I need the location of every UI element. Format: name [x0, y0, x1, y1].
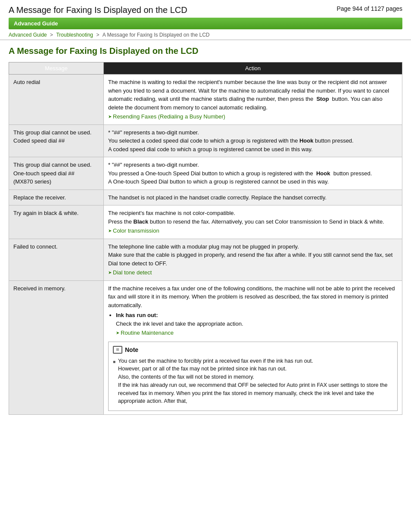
link-dial-tone-detect[interactable]: Dial tone detect [108, 268, 152, 277]
breadcrumb-troubleshooting[interactable]: Troubleshooting [56, 32, 93, 38]
page-title-main: A Message for Faxing Is Displayed on the… [9, 5, 187, 15]
banner-label: Advanced Guide [14, 20, 58, 27]
message-coded-speed-dial: This group dial cannot be used.Coded spe… [9, 124, 104, 157]
table-row: This group dial cannot be used.One-touch… [9, 157, 402, 190]
breadcrumb-advanced-guide[interactable]: Advanced Guide [9, 32, 47, 38]
message-try-black-white: Try again in black & white. [9, 205, 104, 239]
main-table: Message Action Auto redial The machine i… [9, 62, 402, 415]
breadcrumb-current: A Message for Faxing Is Displayed on the… [103, 32, 210, 38]
message-received-in-memory: Received in memory. [9, 280, 104, 415]
breadcrumb-sep2: > [96, 32, 100, 38]
action-coded-speed-dial: * "##" represents a two-digit number. Yo… [104, 124, 402, 157]
message-one-touch-speed-dial: This group dial cannot be used.One-touch… [9, 157, 104, 190]
breadcrumb-sep1: > [50, 32, 54, 38]
action-failed-connect: The telephone line cable with a modular … [104, 239, 402, 280]
note-icon [113, 346, 122, 354]
message-replace-receiver: Replace the receiver. [9, 190, 104, 205]
table-row: Auto redial The machine is waiting to re… [9, 75, 402, 125]
note-box: Note ■ You can set the machine to forcib… [108, 342, 398, 411]
table-row: This group dial cannot be used.Coded spe… [9, 124, 402, 157]
col-header-action: Action [104, 62, 402, 75]
message-auto-redial: Auto redial [9, 75, 104, 125]
action-received-in-memory: If the machine receives a fax under one … [104, 280, 402, 415]
breadcrumb: Advanced Guide > Troubleshooting > A Mes… [0, 29, 411, 40]
page-number: Page 944 of 1127 pages [336, 5, 402, 12]
message-failed-connect: Failed to connect. [9, 239, 104, 280]
link-routine-maintenance[interactable]: Routine Maintenance [116, 329, 174, 337]
note-label: Note [125, 345, 138, 355]
link-color-transmission[interactable]: Color transmission [108, 227, 159, 235]
bullet-ink-run-out: Ink has run out: Check the ink level and… [116, 311, 398, 337]
note-title: Note [113, 345, 393, 355]
link-resending-faxes[interactable]: Resending Faxes (Redialing a Busy Number… [108, 112, 225, 121]
note-list-item: ■ You can set the machine to forcibly pr… [113, 357, 393, 406]
table-row: Replace the receiver. The handset is not… [9, 190, 402, 205]
advanced-guide-banner: Advanced Guide [9, 18, 402, 29]
note-text: You can set the machine to forcibly prin… [118, 357, 393, 406]
note-list: ■ You can set the machine to forcibly pr… [113, 357, 393, 406]
action-auto-redial: The machine is waiting to redial the rec… [104, 75, 402, 125]
action-one-touch-speed-dial: * "##" represents a two-digit number. Yo… [104, 157, 402, 190]
note-bullet-icon: ■ [113, 358, 115, 365]
action-replace-receiver: The handset is not placed in the handset… [104, 190, 402, 205]
page-header: A Message for Faxing Is Displayed on the… [0, 0, 411, 18]
received-bullets: Ink has run out: Check the ink level and… [108, 311, 398, 337]
table-row: Try again in black & white. The recipien… [9, 205, 402, 239]
action-try-black-white: The recipient's fax machine is not color… [104, 205, 402, 239]
col-header-message: Message [9, 62, 104, 75]
content-area: A Message for Faxing Is Displayed on the… [0, 40, 411, 423]
received-intro: If the machine receives a fax under one … [108, 285, 395, 308]
table-row: Received in memory. If the machine recei… [9, 280, 402, 415]
section-heading: A Message for Faxing Is Displayed on the… [9, 46, 402, 56]
table-row: Failed to connect. The telephone line ca… [9, 239, 402, 280]
